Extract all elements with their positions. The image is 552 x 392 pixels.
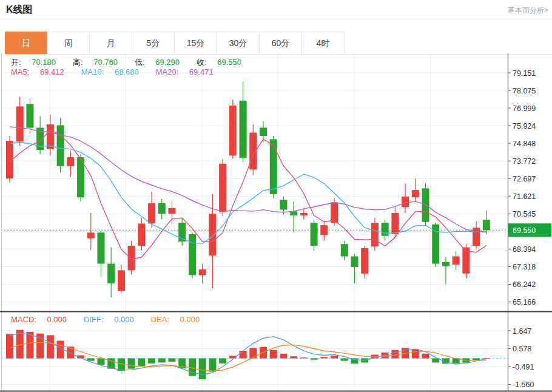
tab-period-6[interactable]: 60分: [260, 32, 302, 54]
candle-down: [107, 264, 115, 283]
macd-bar-positive: [249, 348, 257, 358]
tab-period-3[interactable]: 5分: [132, 32, 175, 54]
legend-ohlc-item: 收: 69.550: [197, 58, 250, 67]
candle-up: [67, 157, 74, 166]
macd-bar-positive: [391, 350, 399, 359]
price-axis-label: 78.075: [513, 87, 536, 95]
price-axis-label: 67.318: [513, 263, 536, 271]
macd-bar-positive: [422, 354, 429, 359]
candle-up: [87, 232, 95, 238]
candle-up: [320, 225, 328, 235]
header: K线图 基本面分析>: [0, 0, 552, 19]
candle-up: [148, 203, 155, 224]
macd-bar-negative: [138, 359, 145, 366]
candle-up: [209, 214, 216, 255]
candle-up: [128, 246, 135, 271]
candle-down: [422, 188, 429, 221]
price-axis-label: 75.924: [513, 122, 536, 130]
macd-bar-negative: [128, 359, 135, 369]
candle-up: [453, 256, 460, 265]
tab-period-5[interactable]: 30分: [217, 32, 260, 54]
candle-down: [351, 256, 358, 267]
price-axis-label: 74.848: [513, 140, 536, 148]
macd-bar-positive: [240, 351, 247, 358]
legend-ma-item: MA5: 69.412: [11, 67, 73, 76]
candle-up: [47, 124, 54, 149]
macd-axis-label: 1.647: [513, 327, 531, 336]
macd-axis-label: -1.560: [513, 380, 534, 389]
macd-bar-positive: [6, 334, 13, 358]
period-tabbar: 日周月5分15分30分60分4时: [5, 32, 552, 55]
legend-ohlc-item: 高: 70.760: [73, 58, 126, 67]
candle-up: [371, 223, 379, 246]
price-axis-label: 66.242: [513, 280, 536, 289]
legend-ohlc-item: 低: 69.290: [135, 58, 188, 67]
legend-ohlc-item: 开: 70.180: [11, 58, 64, 67]
kline-chart-canvas[interactable]: 79.15178.07576.99975.92474.84873.77272.6…: [0, 53, 552, 392]
macd-bar-positive: [290, 356, 297, 358]
macd-bar-negative: [473, 359, 480, 360]
legend-ma-item: MA20: 69.471: [156, 67, 222, 76]
macd-bar-positive: [270, 350, 277, 359]
page-title: K线图: [6, 4, 33, 16]
macd-bar-positive: [331, 356, 338, 358]
macd-bar-negative: [341, 359, 348, 361]
candle-down: [280, 200, 287, 209]
macd-legend: MACD: 0.000DIFF: 0.000DEA: 0.000: [11, 315, 217, 324]
candle-up: [391, 213, 399, 234]
price-axis-label: 68.394: [513, 245, 536, 254]
candle-up: [169, 208, 176, 214]
candle-up: [199, 269, 206, 275]
candle-down: [189, 234, 196, 275]
candle-up: [412, 190, 419, 197]
candle-up: [402, 197, 409, 208]
candle-down: [270, 139, 277, 194]
macd-bar-positive: [300, 357, 308, 358]
macd-bar-negative: [209, 359, 216, 372]
legend-macd-item: MACD: 0.000: [11, 315, 75, 324]
macd-bar-negative: [219, 359, 226, 363]
macd-bar-negative: [148, 359, 155, 363]
candle-down: [341, 244, 348, 256]
candle-up: [16, 106, 24, 141]
tab-period-0[interactable]: 日: [5, 32, 47, 54]
price-axis-label: 79.151: [513, 69, 536, 78]
macd-bar-positive: [412, 349, 419, 358]
current-price-badge-label: 69.550: [513, 226, 536, 235]
legend-macd-item: DIFF: 0.000: [84, 315, 143, 324]
macd-bar-negative: [199, 359, 206, 380]
macd-bar-positive: [320, 357, 328, 358]
tab-period-7[interactable]: 4时: [302, 32, 345, 54]
macd-axis-label: -0.491: [513, 363, 534, 371]
ohlc-legend: 开: 70.180高: 70.760低: 69.290收: 69.550: [11, 57, 258, 68]
macd-bar-negative: [169, 359, 176, 362]
macd-bar-negative: [311, 359, 318, 360]
price-axis-label: 71.621: [513, 192, 536, 201]
candle-down: [442, 262, 449, 266]
tab-period-2[interactable]: 月: [90, 32, 132, 54]
price-axis-label: 72.697: [513, 175, 536, 183]
candle-up: [331, 202, 338, 223]
candle-up: [361, 248, 368, 274]
tab-period-4[interactable]: 15分: [175, 32, 217, 54]
tab-period-1[interactable]: 周: [47, 32, 90, 54]
price-axis-label: 76.999: [513, 104, 536, 113]
candle-down: [260, 127, 267, 136]
candle-down: [26, 104, 33, 127]
macd-bar-positive: [26, 332, 33, 359]
macd-bar-negative: [97, 359, 104, 365]
fundamental-analysis-link[interactable]: 基本面分析>: [508, 5, 548, 16]
candle-down: [57, 125, 64, 166]
candle-up: [300, 213, 308, 215]
candle-down: [311, 223, 318, 246]
macd-bar-positive: [47, 335, 54, 358]
candle-up: [118, 270, 125, 291]
candle-down: [382, 223, 389, 236]
macd-bar-positive: [280, 354, 287, 359]
candle-down: [240, 101, 247, 158]
price-axis-label: 70.545: [513, 210, 536, 218]
candle-up: [219, 164, 226, 212]
macd-bar-negative: [158, 359, 166, 363]
candle-down: [97, 232, 104, 263]
candle-up: [138, 223, 145, 245]
